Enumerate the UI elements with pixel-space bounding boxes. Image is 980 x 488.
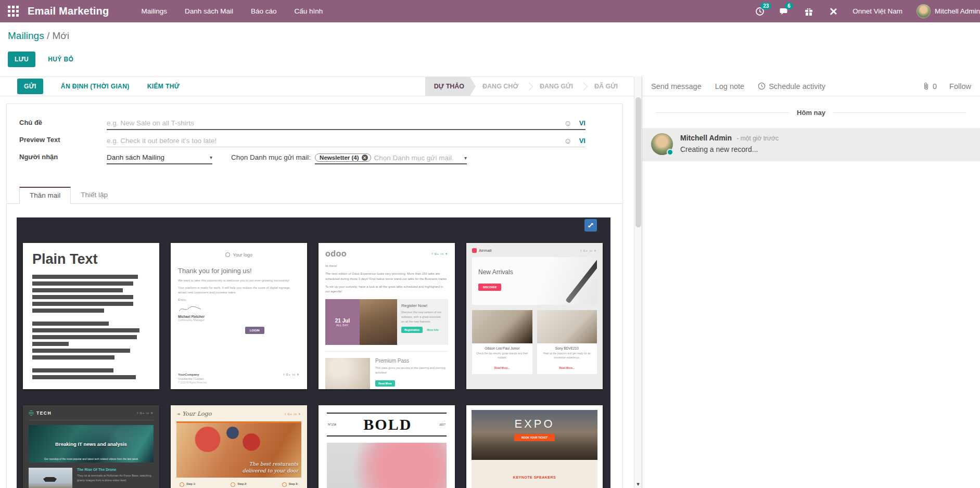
recipients-row: Người nhận Danh sách Mailing ▾ Chọn Danh…: [19, 153, 467, 164]
step-icon: [282, 482, 287, 487]
step-item: Step 1:: [180, 482, 196, 487]
send-button[interactable]: GỬI: [17, 79, 43, 94]
login-button: LOGIN: [245, 327, 264, 334]
event-photo: [360, 299, 397, 345]
recipients-select[interactable]: Danh sách Mailing ▾: [107, 153, 212, 164]
template-bold[interactable]: N°258 BOLD 2017: [319, 405, 455, 488]
product-card: Gibson Les Paul Junior Check the top ele…: [472, 310, 532, 374]
log-note-button[interactable]: Log note: [715, 82, 744, 91]
user-avatar: [917, 4, 931, 18]
avatar: [651, 133, 673, 155]
template-restaurant[interactable]: ❧ Your Logo f G+ in ✈ The best resturant…: [171, 405, 307, 488]
discard-button[interactable]: HUỶ BỎ: [48, 56, 73, 63]
food-brand: ❧ Your Logo: [176, 410, 211, 417]
step-icon: [231, 482, 235, 487]
preview-input[interactable]: [107, 137, 559, 145]
schedule-button[interactable]: ẤN ĐỊNH (THỜI GIAN): [61, 83, 130, 90]
scrollbar-thumb[interactable]: [635, 97, 641, 227]
test-button[interactable]: KIỂM THỬ: [147, 83, 180, 90]
template-welcome[interactable]: Your logo Thank you for joining us! We w…: [171, 243, 307, 389]
guitar-photo: [472, 310, 532, 343]
message-body: Creating a new record...: [680, 145, 779, 153]
user-menu[interactable]: Mitchell Admin: [917, 4, 980, 18]
emoji-picker-icon[interactable]: ☺: [564, 119, 571, 127]
nav-item-reports[interactable]: Báo cáo: [251, 7, 277, 15]
template-odoo-event[interactable]: odoo f G+ in ✈ Hi there! The next editio…: [319, 243, 455, 389]
scroll-down-icon[interactable]: ▾: [634, 481, 642, 487]
subject-lang-button[interactable]: VI: [579, 119, 586, 127]
message-author: Mitchell Admin: [680, 134, 732, 142]
template-airmail[interactable]: Airmail f G+ in ✈ New Arrivals DISCOVER …: [466, 243, 603, 389]
signature-icon: [178, 305, 300, 315]
schedule-activity-button[interactable]: Schedule activity: [758, 82, 825, 91]
chevron-down-icon: ▾: [464, 155, 467, 161]
template-expo[interactable]: EXPO BOOK YOUR TICKET KEYNOTE SPEAKERS: [466, 405, 603, 488]
emoji-picker-icon[interactable]: ☺: [564, 137, 571, 145]
subject-input[interactable]: [107, 119, 559, 127]
event-date: 21 Jul ALL DAY: [325, 299, 360, 345]
tag-remove-icon[interactable]: ✕: [362, 155, 368, 161]
nav-item-mailings[interactable]: Mailings: [141, 7, 167, 15]
preview-row: Preview Text ☺ VI: [19, 136, 586, 147]
status-widget: DỰ THẢO ĐANG CHỜ ĐANG GỬI ĐÃ GỬI: [425, 77, 625, 96]
clock-icon: [758, 82, 766, 90]
template-heading: Thank you for joining us!: [178, 267, 300, 275]
message-timestamp: - một giờ trước: [737, 135, 779, 142]
keynote-heading: KEYNOTE SPEAKERS: [513, 476, 556, 479]
vertical-scrollbar[interactable]: ▾: [634, 76, 642, 488]
step-item: Step 3:: [282, 482, 298, 487]
expo-hero-photo: EXPO BOOK YOUR TICKET: [472, 410, 597, 460]
control-panel-buttons: LƯU HUỶ BỎ: [8, 52, 73, 67]
apps-menu-icon[interactable]: [8, 6, 19, 17]
state-queued[interactable]: ĐANG CHỜ: [476, 83, 525, 90]
activities-icon[interactable]: 23: [755, 6, 765, 17]
template-logo: Your logo: [178, 252, 300, 258]
read-more-button: Read More: [375, 380, 395, 387]
hero-banner: New Arrivals DISCOVER: [472, 257, 597, 305]
social-icons: f G+ in ✈: [285, 413, 302, 416]
state-sent[interactable]: ĐÃ GỬI: [588, 83, 625, 90]
state-draft[interactable]: DỰ THẢO: [425, 77, 476, 96]
send-message-button[interactable]: Send message: [651, 82, 702, 91]
chevron-separator-icon: [580, 82, 588, 91]
tags-placeholder: Chọn Danh mục gửi mail.: [374, 154, 465, 162]
breadcrumb-current: Mới: [53, 30, 70, 41]
state-sending[interactable]: ĐANG GỬI: [533, 83, 580, 90]
globe-icon: [29, 410, 34, 416]
social-icons: f G+ in ✈: [581, 249, 597, 252]
activities-badge: 23: [760, 3, 771, 9]
gift-icon[interactable]: [804, 6, 814, 17]
statusbar: GỬI ẤN ĐỊNH (THỜI GIAN) KIỂM THỬ DỰ THẢO…: [0, 76, 634, 96]
preview-label: Preview Text: [19, 136, 107, 147]
airmail-brand: Airmail: [472, 248, 491, 253]
save-button[interactable]: LƯU: [8, 52, 35, 67]
template-tech[interactable]: TECH f G+ in ✈ Breaking IT news and anal…: [23, 405, 159, 488]
airmail-logo-icon: [472, 248, 477, 253]
online-status-icon: [667, 149, 673, 156]
hero-banner: The best resturants delivered to your do…: [176, 421, 301, 478]
company-switcher[interactable]: Onnet Việt Nam: [852, 7, 902, 15]
messages-icon[interactable]: 6: [779, 6, 790, 17]
discover-button: DISCOVER: [478, 284, 501, 291]
leaf-icon: ❧: [176, 412, 181, 417]
social-icons: f G+ in ✈: [432, 252, 449, 255]
more-info-link: More Info: [427, 328, 439, 331]
nav-item-mailing-lists[interactable]: Danh sách Mail: [185, 7, 233, 15]
nav-item-configuration[interactable]: Cấu hình: [295, 7, 323, 15]
expand-editor-button[interactable]: [584, 219, 597, 232]
breadcrumb-mailings[interactable]: Mailings: [8, 30, 44, 41]
mailing-list-tags-field[interactable]: Newsletter (4) ✕ Chọn Danh mục gửi mail.…: [315, 153, 467, 164]
social-icons: f G+ in ✈: [137, 412, 154, 415]
chevron-separator-icon: [525, 82, 533, 91]
odoo-logo: odoo: [325, 249, 347, 259]
template-plain-text[interactable]: Plain Text: [23, 243, 159, 389]
tab-settings[interactable]: Thiết lập: [71, 187, 118, 203]
tools-icon[interactable]: [828, 6, 838, 17]
attachments-button[interactable]: 0: [923, 82, 937, 91]
recipients-label: Người nhận: [19, 153, 107, 164]
follow-button[interactable]: Follow: [949, 82, 971, 91]
tab-mail-body[interactable]: Thân mail: [19, 187, 71, 204]
chatter-toolbar: Send message Log note Schedule activity …: [642, 76, 980, 96]
notebook-tabs: Thân mail Thiết lập: [7, 187, 622, 204]
preview-lang-button[interactable]: VI: [579, 137, 586, 145]
